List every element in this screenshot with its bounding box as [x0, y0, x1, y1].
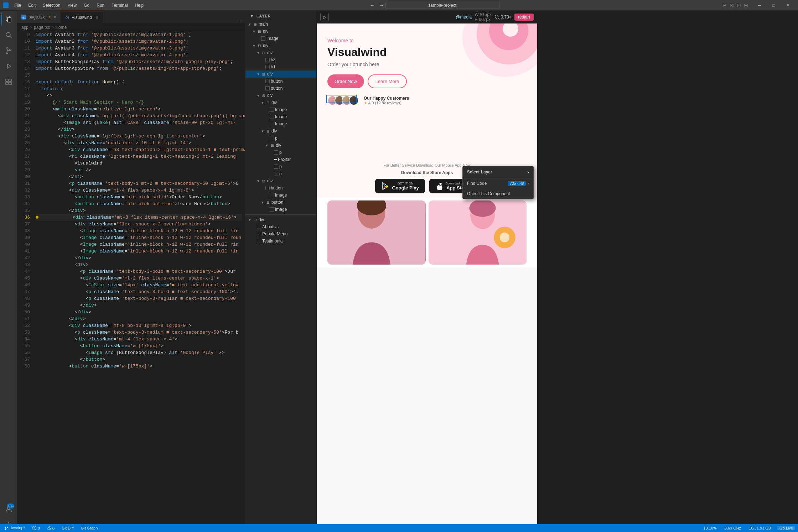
- layer-item-p3[interactable]: p: [245, 163, 316, 170]
- layer-toggle-div4[interactable]: [255, 93, 261, 98]
- layer-item-img6[interactable]: Image: [245, 206, 316, 213]
- menu-view[interactable]: View: [64, 2, 79, 9]
- layer-item-div6[interactable]: ⊟ div: [245, 127, 316, 135]
- layout-icon-2[interactable]: ⊠: [728, 2, 735, 8]
- nav-back-button[interactable]: ←: [368, 2, 376, 9]
- layer-item-popularmenu[interactable]: PopularMenu: [245, 230, 316, 238]
- google-play-button[interactable]: GET IT ON Google Play: [375, 179, 425, 193]
- layer-checkbox-btn3[interactable]: [265, 186, 270, 190]
- layer-item-div2[interactable]: ⊟ div: [245, 42, 316, 49]
- breadcrumb-home[interactable]: Home: [55, 25, 67, 30]
- layer-toggle-btn4[interactable]: [260, 199, 265, 205]
- layer-item-btn3[interactable]: button: [245, 184, 316, 192]
- layer-item-h3[interactable]: h3: [245, 56, 316, 63]
- layer-toggle-div-bottom[interactable]: [247, 217, 253, 223]
- layer-toggle-main[interactable]: [247, 21, 253, 27]
- layer-checkbox-btn2[interactable]: [265, 86, 270, 90]
- layer-checkbox-popularmenu[interactable]: [257, 232, 261, 236]
- search-activity-icon[interactable]: [1, 28, 16, 42]
- layer-item-fastar[interactable]: FaStar: [245, 156, 316, 163]
- layer-toggle-div1[interactable]: [251, 28, 257, 34]
- menu-run[interactable]: Run: [94, 2, 107, 9]
- layer-item-main[interactable]: ⊟ main: [245, 21, 316, 28]
- layer-item-div5[interactable]: ⊟ div: [245, 99, 316, 106]
- tab-visualwind-close[interactable]: ×: [95, 15, 98, 20]
- code-editor[interactable]: 9 10 11 12 13 14 15 16 17 18 19 20 21 22…: [17, 31, 245, 532]
- layer-toggle-div7[interactable]: [264, 142, 270, 148]
- explorer-activity-icon[interactable]: [1, 12, 16, 26]
- layer-checkbox-p1[interactable]: [270, 136, 274, 140]
- layer-checkbox-p4[interactable]: [274, 172, 278, 176]
- layer-collapse-icon[interactable]: ▼: [250, 14, 254, 19]
- layer-toggle-div5[interactable]: [260, 100, 265, 105]
- layout-icon-3[interactable]: ⊡: [735, 2, 742, 8]
- status-memory[interactable]: 3.69 GHz: [723, 526, 742, 530]
- menu-terminal[interactable]: Terminal: [109, 2, 130, 9]
- layer-checkbox-btn1[interactable]: [265, 79, 270, 83]
- menu-selection[interactable]: Selection: [40, 2, 63, 9]
- status-git-diff[interactable]: Git Diff: [60, 526, 75, 530]
- tab-page-tsx-close[interactable]: ×: [53, 14, 56, 20]
- status-cpu[interactable]: 13.10%: [702, 526, 718, 530]
- layer-checkbox-img6[interactable]: [270, 207, 274, 212]
- learn-more-button[interactable]: Learn More: [368, 74, 407, 88]
- layer-item-aboutus[interactable]: AboutUs: [245, 223, 316, 230]
- layer-item-image1[interactable]: Image: [245, 35, 316, 42]
- layer-checkbox-img4[interactable]: [270, 122, 274, 126]
- layer-item-testimonial[interactable]: Testimonial: [245, 238, 316, 245]
- menu-file[interactable]: File: [11, 2, 24, 9]
- layer-item-div8[interactable]: ⊟ div: [245, 177, 316, 184]
- layout-icon-4[interactable]: ⊞: [742, 2, 750, 8]
- layer-checkbox-aboutus[interactable]: [257, 225, 261, 229]
- git-activity-icon[interactable]: [1, 43, 16, 58]
- layer-item-btn1[interactable]: button: [245, 78, 316, 85]
- layer-item-img2[interactable]: Image: [245, 106, 316, 113]
- context-menu-expand-icon[interactable]: ›: [527, 169, 529, 175]
- tab-visualwind[interactable]: ⊙ Visualwind ×: [61, 11, 103, 23]
- status-git-graph[interactable]: Git Graph: [79, 526, 99, 530]
- minimize-button[interactable]: ─: [752, 0, 767, 11]
- layer-toggle-div6[interactable]: [260, 128, 265, 134]
- layer-item-img3[interactable]: Image: [245, 113, 316, 120]
- layer-item-div4[interactable]: ⊟ div: [245, 92, 316, 99]
- layer-item-div-bottom[interactable]: ⊟ div: [245, 216, 316, 223]
- layer-item-btn2[interactable]: button: [245, 85, 316, 92]
- order-now-button[interactable]: Order Now: [327, 74, 364, 88]
- menu-go[interactable]: Go: [81, 2, 92, 9]
- layer-checkbox-p3[interactable]: [274, 165, 278, 169]
- layer-item-div7[interactable]: ⊟ div: [245, 142, 316, 149]
- visualwind-preview[interactable]: Welcome to Visualwind Order your brunch …: [317, 24, 537, 532]
- run-activity-icon[interactable]: [1, 59, 16, 73]
- maximize-button[interactable]: □: [767, 0, 781, 11]
- code-content[interactable]: import Avatar1 from '@/public/assets/img…: [33, 31, 245, 532]
- status-errors[interactable]: 0: [31, 526, 41, 530]
- status-line-col[interactable]: 16/31.93 GB: [747, 526, 772, 530]
- preview-play-button[interactable]: ▷: [320, 13, 329, 21]
- layer-toggle-div2[interactable]: [251, 43, 257, 48]
- menu-edit[interactable]: Edit: [25, 2, 38, 9]
- tab-page-tsx[interactable]: TSX page.tsx U ×: [17, 11, 61, 23]
- context-menu-open-component[interactable]: Open This Component: [463, 189, 533, 199]
- more-actions-icon[interactable]: ···: [238, 18, 242, 23]
- layer-checkbox-p2[interactable]: [274, 150, 278, 155]
- context-menu-find-code[interactable]: Find Code 735 × 48 ›: [463, 178, 533, 189]
- layer-checkbox-img2[interactable]: [270, 108, 274, 112]
- layer-item-btn4[interactable]: ⊟ button: [245, 199, 316, 206]
- layer-toggle-div-selected[interactable]: [255, 71, 261, 77]
- layer-item-div-selected[interactable]: ⊟ div: [245, 71, 316, 78]
- go-live-button[interactable]: Go Live: [777, 526, 795, 530]
- layer-item-img5[interactable]: Image: [245, 192, 316, 199]
- status-warnings[interactable]: 0: [46, 526, 56, 531]
- layer-item-p1[interactable]: p: [245, 135, 316, 142]
- layer-checkbox-image1[interactable]: [261, 36, 265, 41]
- layer-item-img4[interactable]: Image: [245, 120, 316, 127]
- layer-toggle-div3[interactable]: [255, 50, 261, 56]
- accounts-activity-icon[interactable]: 102: [1, 502, 16, 516]
- layer-toggle-div8[interactable]: [255, 178, 261, 184]
- layer-item-div3[interactable]: ⊟ div: [245, 49, 316, 56]
- breadcrumb-app[interactable]: app: [21, 25, 28, 30]
- layer-checkbox-img3[interactable]: [270, 115, 274, 119]
- restart-button[interactable]: restart: [514, 14, 534, 21]
- layer-item-h1[interactable]: h1: [245, 63, 316, 71]
- layer-checkbox-img5[interactable]: [270, 193, 274, 197]
